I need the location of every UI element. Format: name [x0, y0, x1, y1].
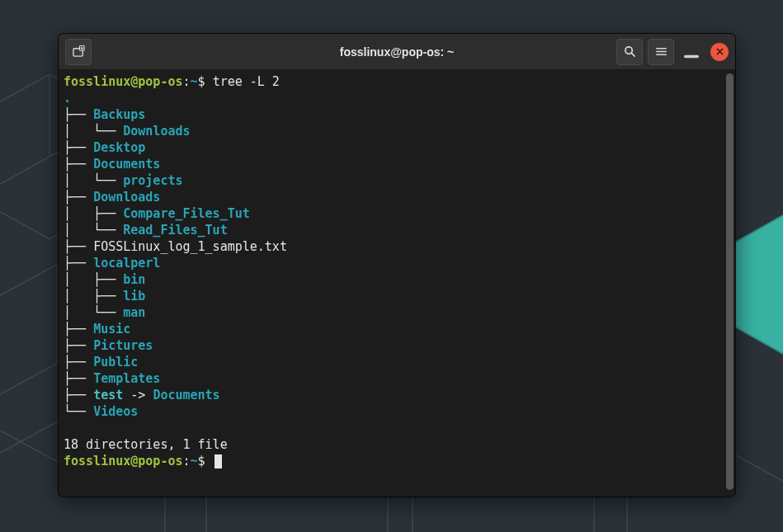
window-titlebar[interactable]: fosslinux@pop-os: ~ — [59, 34, 735, 70]
terminal-output: fosslinux@pop-os:~$ tree -L 2 . ├── Back… — [64, 73, 730, 469]
terminal-viewport[interactable]: fosslinux@pop-os:~$ tree -L 2 . ├── Back… — [59, 70, 735, 497]
terminal-window: fosslinux@pop-os: ~ fosslinux@pop-os:~$ … — [59, 34, 735, 497]
new-tab-button[interactable] — [65, 39, 92, 65]
menu-button[interactable] — [648, 39, 674, 65]
minimize-button[interactable] — [682, 43, 700, 61]
hamburger-icon — [655, 45, 667, 58]
close-button[interactable] — [710, 43, 729, 61]
cursor — [215, 454, 222, 468]
close-icon — [716, 48, 724, 55]
minimize-icon — [682, 43, 700, 61]
scrollbar-thumb[interactable] — [726, 73, 733, 490]
search-icon — [624, 45, 636, 58]
search-button[interactable] — [616, 39, 643, 65]
new-tab-icon — [73, 45, 85, 58]
